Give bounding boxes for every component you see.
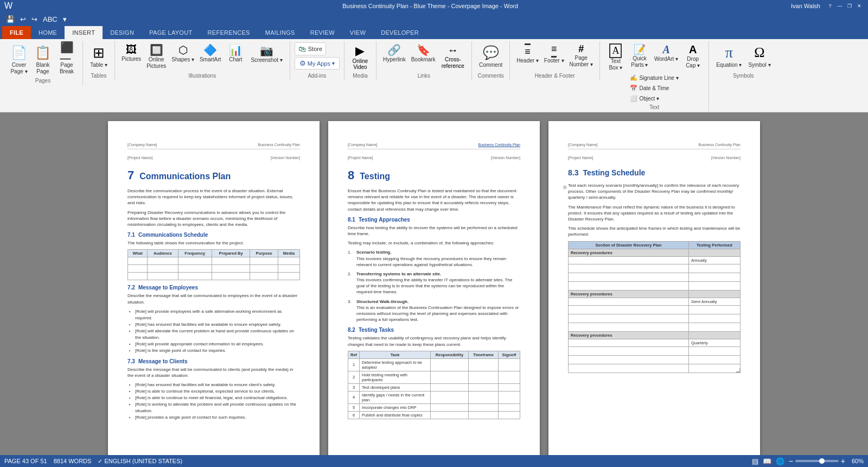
table-row: Semi Annually — [569, 298, 741, 305]
store-btn[interactable]: 🛍 Store — [295, 42, 326, 55]
minimize-btn[interactable]: — — [835, 2, 844, 10]
tab-mailings[interactable]: MAILINGS — [258, 26, 303, 39]
comment-btn[interactable]: 💬 Comment — [476, 42, 505, 70]
table-btn[interactable]: ⊞ Table ▾ — [87, 42, 110, 70]
table-row: 4 Identify gaps / needs in the current p… — [348, 391, 520, 403]
tab-design[interactable]: DESIGN — [103, 26, 142, 39]
equation-btn[interactable]: π Equation ▾ — [713, 42, 744, 70]
drop-cap-icon: A — [689, 43, 697, 56]
zoom-slider[interactable] — [795, 460, 839, 462]
online-pictures-btn[interactable]: 🔲 OnlinePictures — [144, 42, 168, 71]
view-read-icon[interactable]: 📖 — [763, 457, 771, 465]
resize-handle[interactable]: ⊕ — [563, 184, 567, 190]
undo-qa-btn[interactable]: ↩ — [18, 14, 28, 24]
page-3-subheader: [Project Name] [Version Number] — [568, 156, 741, 160]
smartart-btn[interactable]: 🔷 SmartArt — [197, 42, 223, 64]
shapes-btn[interactable]: ⬡ Shapes ▾ — [169, 42, 196, 64]
tab-review[interactable]: REVIEW — [303, 26, 342, 39]
date-time-btn[interactable]: 📅 Date & Time — [628, 84, 680, 93]
blank-page-btn[interactable]: 📋 BlankPage — [31, 42, 54, 77]
view-normal-icon[interactable]: ▤ — [752, 457, 758, 465]
user-name: Ivan Walsh — [791, 3, 820, 9]
footer-btn[interactable]: ≡ Footer ▾ — [542, 42, 566, 65]
table-row: 1 Determine testing approach to be adopt… — [348, 358, 520, 371]
chart-btn[interactable]: 📊 Chart — [224, 42, 247, 64]
table-row: 6 Publish and distribute final copies — [348, 411, 520, 419]
maximize-btn[interactable]: ❐ — [845, 2, 854, 10]
cross-reference-btn[interactable]: ↔ Cross-reference — [439, 42, 467, 71]
ribbon-group-addins: 🛍 Store ⚙ My Apps ▾ Add-ins — [290, 41, 344, 80]
table-row — [569, 323, 741, 331]
table-row: Annually — [569, 256, 741, 264]
signature-line-btn[interactable]: ✍ Signature Line ▾ — [628, 73, 680, 83]
section-7-1: 7.1 Communications Schedule — [127, 232, 300, 238]
zoom-in-btn[interactable]: + — [841, 457, 845, 465]
tab-file[interactable]: FILE — [2, 26, 31, 39]
page-break-btn[interactable]: ⬛— PageBreak — [55, 42, 78, 77]
table-row — [569, 364, 741, 373]
blank-page-icon: 📋 — [34, 44, 52, 61]
page-number-btn[interactable]: # PageNumber ▾ — [567, 42, 595, 69]
tab-references[interactable]: REFERENCES — [200, 26, 258, 39]
testing-tasks-intro: Testing validates the usability of conti… — [348, 335, 520, 347]
header-btn[interactable]: ≡ Header ▾ — [514, 42, 541, 65]
cover-page-btn[interactable]: 📄 CoverPage ▾ — [8, 42, 30, 77]
page-3-header: [Company Name] Business Continuity Plan — [568, 143, 741, 149]
ribbon-content-area: 📄 CoverPage ▾ 📋 BlankPage ⬛— PageBreak P… — [0, 39, 868, 112]
table-row: 3 Test developed plans — [348, 383, 520, 391]
links-group-label: Links — [418, 73, 430, 80]
hyperlink-btn[interactable]: 🔗 Hyperlink — [381, 42, 408, 64]
redo-qa-btn[interactable]: ↪ — [30, 14, 39, 24]
wordart-icon: A — [662, 43, 669, 56]
table-row — [569, 355, 741, 364]
customize-qa-btn[interactable]: ▾ — [61, 14, 68, 24]
hyperlink-icon: 🔗 — [387, 43, 401, 56]
text-box-icon: A — [609, 43, 622, 58]
table-row — [128, 257, 300, 265]
table-row — [128, 273, 300, 280]
ribbon-group-links: 🔗 Hyperlink 🔖 Bookmark ↔ Cross-reference… — [376, 41, 472, 80]
section-7-3: 7.3 Message to Clients — [127, 358, 300, 364]
chapter-7-num: 7 — [127, 168, 134, 182]
quick-parts-icon: 📝 — [634, 43, 646, 55]
ribbon-group-comments: 💬 Comment Comments — [472, 41, 510, 80]
tab-page-layout[interactable]: PAGE LAYOUT — [142, 26, 200, 39]
quick-parts-btn[interactable]: 📝 QuickParts ▾ — [628, 42, 651, 70]
page-1-subheader: [Project Name] [Version Number] — [127, 156, 300, 160]
pictures-btn[interactable]: 🖼 Pictures — [119, 42, 143, 64]
zoom-out-btn[interactable]: − — [789, 457, 793, 465]
view-web-icon[interactable]: 🌐 — [776, 457, 784, 465]
tab-home[interactable]: HOME — [31, 26, 65, 39]
quick-access-toolbar: 💾 ↩ ↪ ABC ▾ — [0, 12, 868, 26]
drop-cap-btn[interactable]: A DropCap ▾ — [681, 42, 704, 70]
screenshot-icon: 📷 — [260, 44, 273, 57]
tab-view[interactable]: VIEW — [342, 26, 373, 39]
date-time-icon: 📅 — [630, 85, 637, 92]
word-count: 8814 WORDS — [54, 458, 92, 465]
page-2-header: [Company Name] Business Continuity Plan — [348, 143, 520, 149]
comm-intro-1: Describe the communication process in th… — [127, 188, 300, 206]
my-apps-icon: ⚙ — [299, 59, 306, 67]
ribbon-group-text: A TextBox ▾ 📝 QuickParts ▾ A WordArt ▾ A… — [600, 41, 709, 112]
header-icon: ≡ — [525, 43, 531, 58]
bookmark-btn[interactable]: 🔖 Bookmark — [409, 42, 438, 64]
table-resize-handle[interactable] — [736, 368, 741, 373]
help-btn[interactable]: ? — [826, 2, 834, 10]
save-qa-btn[interactable]: 💾 — [4, 14, 16, 24]
symbols-group-label: Symbols — [733, 73, 754, 80]
screenshot-btn[interactable]: 📷 Screenshot ▾ — [248, 42, 285, 65]
tab-developer[interactable]: DEVELOPER — [373, 26, 426, 39]
my-apps-btn[interactable]: ⚙ My Apps ▾ — [295, 57, 340, 70]
online-video-btn[interactable]: ▶ OnlineVideo — [349, 42, 372, 72]
wordart-btn[interactable]: A WordArt ▾ — [652, 42, 680, 64]
media-group-label: Media — [353, 73, 367, 80]
close-btn[interactable]: ✕ — [855, 2, 864, 10]
schedule-intro-2: The Maintenance Plan must reflect the dy… — [568, 204, 741, 223]
spelling-qa-btn[interactable]: ABC — [41, 14, 59, 24]
status-bar: PAGE 43 OF 51 8814 WORDS ✓ ENGLISH (UNIT… — [0, 455, 868, 467]
symbol-btn[interactable]: Ω Symbol ▾ — [745, 42, 773, 70]
online-video-icon: ▶ — [355, 44, 365, 58]
text-box-btn[interactable]: A TextBox ▾ — [604, 42, 627, 72]
tab-insert[interactable]: INSERT — [65, 26, 103, 39]
object-btn[interactable]: ⬜ Object ▾ — [628, 94, 680, 103]
